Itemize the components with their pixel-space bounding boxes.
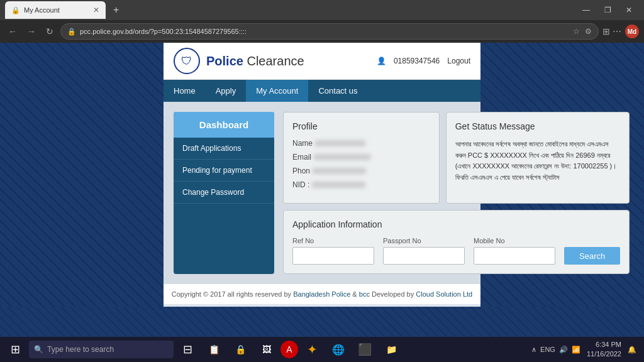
address-bar[interactable]: 🔒 pcc.police.gov.bd/ords/?p=500:23:15484… <box>60 23 599 40</box>
site-title: Police Clearance <box>206 54 304 69</box>
sidebar-item-password[interactable]: Change Password <box>174 182 274 204</box>
taskbar-icon-lock[interactable]: 🔒 <box>228 337 253 362</box>
notification-btn[interactable]: 🔔 <box>628 346 636 354</box>
date-text: 11/16/2022 <box>587 349 621 359</box>
header-right: 👤 01859347546 Logout <box>377 57 470 65</box>
profile-name-field: Name <box>292 139 430 148</box>
system-tray: ∧ ENG 🔊 📶 <box>531 346 580 354</box>
taskbar-icon-browser[interactable]: 🌐 <box>326 337 351 362</box>
page-content: 🛡 Police Clearance 👤 01859347546 Logout … <box>164 43 480 307</box>
browser-actions: ⊞ ⋯ <box>602 26 621 36</box>
tab-title: My Account <box>24 6 60 14</box>
status-text: আপনার আবেদনের সর্বশেষ অবস্থা জানতে মোবাই… <box>455 139 620 183</box>
sidebar: Dashboard Draft Applications Pending for… <box>174 112 274 274</box>
top-panels: Profile Name Email Phon <box>283 112 630 204</box>
profile-phone-field: Phon <box>292 167 430 175</box>
nid-value <box>312 182 365 188</box>
nav-apply[interactable]: Apply <box>206 80 247 102</box>
phone-value <box>313 168 366 174</box>
ref-no-input[interactable] <box>292 247 374 265</box>
profile-nid-field: NID : <box>292 180 430 189</box>
clock[interactable]: 6:34 PM 11/16/2022 <box>587 340 621 359</box>
footer-link-dev[interactable]: Cloud Solution Ltd <box>416 290 472 298</box>
taskbar: ⊞ 🔍 Type here to search ⊟ 📋 🔒 🖼 A ✦ 🌐 ⬛ … <box>0 337 644 362</box>
sidebar-dashboard[interactable]: Dashboard <box>174 112 274 138</box>
email-label: Email <box>292 153 311 162</box>
tray-sound[interactable]: 🔊 <box>559 346 568 354</box>
search-button[interactable]: Search <box>564 247 620 265</box>
taskbar-search-text: Type here to search <box>47 345 114 354</box>
taskbar-search[interactable]: 🔍 Type here to search <box>29 341 174 358</box>
mobile-no-label: Mobile No <box>474 237 555 244</box>
mobile-no-input[interactable] <box>474 247 555 265</box>
back-btn[interactable]: ← <box>5 25 20 38</box>
profile-email-field: Email <box>292 153 430 162</box>
browser-chrome: 🔒 My Account ✕ + — ❐ ✕ ← → ↻ 🔒 pcc.polic… <box>0 0 644 43</box>
minimize-btn[interactable]: — <box>576 0 596 20</box>
new-tab-btn[interactable]: + <box>109 4 123 16</box>
passport-no-group: Passport No <box>383 237 465 265</box>
taskbar-search-icon: 🔍 <box>34 345 43 354</box>
tab-icon: 🔒 <box>11 6 20 14</box>
profile-panel: Profile Name Email Phon <box>283 112 440 204</box>
tray-keyboard: ENG <box>540 346 555 353</box>
email-value <box>314 154 370 160</box>
menu-btn[interactable]: ⋯ <box>613 26 621 36</box>
passport-no-input[interactable] <box>383 247 465 265</box>
window-controls: — ❐ ✕ <box>576 0 639 20</box>
tray-arrow[interactable]: ∧ <box>531 346 536 354</box>
taskbar-icon-folder[interactable]: 📁 <box>379 337 404 362</box>
taskbar-icon-files[interactable]: 📋 <box>201 337 226 362</box>
footer-developed: Developed by <box>372 290 416 298</box>
taskbar-icon-img[interactable]: 🖼 <box>254 337 279 362</box>
name-value <box>315 140 365 146</box>
taskbar-icon-task[interactable]: ⊟ <box>175 337 200 362</box>
status-panel: Get Status Message আপনার আবেদনের সর্বশেষ… <box>446 112 630 204</box>
extensions-btn[interactable]: ⊞ <box>602 26 610 36</box>
nav-my-account[interactable]: My Account <box>246 80 308 102</box>
main-content: Dashboard Draft Applications Pending for… <box>164 102 480 284</box>
app-info-panel: Application Information Ref No Passport … <box>283 210 630 274</box>
nav-contact[interactable]: Contact us <box>308 80 367 102</box>
nid-label: NID : <box>292 180 309 189</box>
passport-no-label: Passport No <box>383 237 465 244</box>
site-footer: Copyright © 2017 all rights reserved by … <box>164 284 480 304</box>
taskbar-icon-square[interactable]: ⬛ <box>352 337 377 362</box>
title-bar: 🔒 My Account ✕ + — ❐ ✕ <box>0 0 644 20</box>
address-bar-row: ← → ↻ 🔒 pcc.police.gov.bd/ords/?p=500:23… <box>0 20 644 43</box>
tab-close-btn[interactable]: ✕ <box>93 6 99 14</box>
restore-btn[interactable]: ❐ <box>597 0 618 20</box>
star-icon[interactable]: ☆ <box>573 27 580 36</box>
taskbar-right: ∧ ENG 🔊 📶 6:34 PM 11/16/2022 🔔 <box>531 340 641 359</box>
ref-no-group: Ref No <box>292 237 374 265</box>
close-btn[interactable]: ✕ <box>619 0 639 20</box>
taskbar-icon-star[interactable]: ✦ <box>299 337 325 362</box>
logo-emblem: 🛡 <box>181 55 192 68</box>
search-form: Ref No Passport No Mobile No Search <box>292 237 620 265</box>
sidebar-item-draft[interactable]: Draft Applications <box>174 138 274 160</box>
tray-network[interactable]: 📶 <box>572 346 580 354</box>
taskbar-icon-a[interactable]: A <box>280 341 298 358</box>
status-title: Get Status Message <box>455 121 620 131</box>
sidebar-item-pending[interactable]: Pending for payment <box>174 160 274 182</box>
browser-tab[interactable]: 🔒 My Account ✕ <box>5 1 106 19</box>
mobile-no-group: Mobile No <box>474 237 555 265</box>
browser-profile[interactable]: Md <box>625 25 639 38</box>
footer-and: & <box>352 290 358 298</box>
user-icon: 👤 <box>377 57 386 65</box>
content-area: Profile Name Email Phon <box>283 112 630 274</box>
address-bar-actions: ☆ ⚙ <box>573 27 592 36</box>
extension-icon[interactable]: ⚙ <box>585 27 592 36</box>
user-phone: 01859347546 <box>394 57 440 65</box>
nav-home[interactable]: Home <box>164 80 206 102</box>
refresh-btn[interactable]: ↻ <box>43 25 57 38</box>
footer-link-bcc[interactable]: bcc <box>359 290 370 298</box>
taskbar-icons: ⊟ 📋 🔒 🖼 A ✦ 🌐 ⬛ 📁 <box>175 337 404 362</box>
logout-link[interactable]: Logout <box>447 57 470 65</box>
start-button[interactable]: ⊞ <box>3 337 28 362</box>
footer-link-police[interactable]: Bangladesh Police <box>293 290 350 298</box>
url-text: pcc.police.gov.bd/ords/?p=500:23:1548458… <box>80 28 247 35</box>
forward-btn[interactable]: → <box>24 25 39 38</box>
app-info-title: Application Information <box>292 219 620 229</box>
time-text: 6:34 PM <box>587 340 621 349</box>
